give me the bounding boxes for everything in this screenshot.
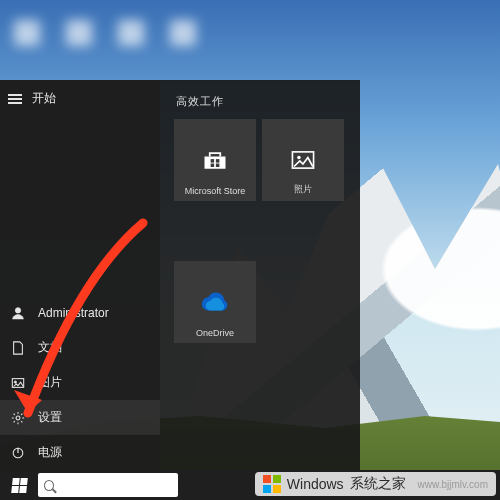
rail-item-power[interactable]: 电源: [0, 435, 160, 470]
desktop-icons-blurred: [14, 20, 196, 46]
power-icon: [10, 445, 26, 461]
watermark-brand: Windows: [287, 476, 344, 492]
document-icon: [10, 340, 26, 356]
tile-label: 照片: [262, 183, 344, 196]
svg-rect-17: [216, 164, 220, 168]
svg-line-10: [14, 421, 15, 422]
windows-logo-color-icon: [263, 475, 281, 493]
tile-group-label[interactable]: 高效工作: [176, 94, 346, 109]
watermark-site: 系统之家: [350, 475, 406, 493]
rail-item-label: 电源: [38, 444, 62, 461]
svg-point-2: [14, 381, 16, 383]
svg-line-8: [14, 413, 15, 414]
rail-item-settings[interactable]: 设置: [0, 400, 160, 435]
svg-point-0: [15, 308, 20, 313]
taskbar-search[interactable]: [38, 473, 178, 497]
tile-photos[interactable]: 照片: [262, 119, 344, 201]
svg-rect-14: [211, 159, 215, 163]
svg-line-9: [21, 421, 22, 422]
tile-label: OneDrive: [174, 328, 256, 338]
start-menu-tiles-pane: 高效工作 Microsoft Store 照片: [160, 80, 360, 470]
tile-microsoft-store[interactable]: Microsoft Store: [174, 119, 256, 201]
photos-icon: [288, 145, 318, 175]
start-menu-header[interactable]: 开始: [0, 80, 160, 113]
pictures-icon: [10, 375, 26, 391]
svg-point-19: [297, 156, 301, 160]
rail-item-label: Administrator: [38, 306, 109, 320]
rail-item-documents[interactable]: 文档: [0, 330, 160, 365]
store-icon: [200, 145, 230, 175]
rail-item-label: 设置: [38, 409, 62, 426]
search-icon: [44, 480, 54, 491]
tile-onedrive[interactable]: OneDrive: [174, 261, 256, 343]
start-menu-title: 开始: [32, 90, 56, 107]
user-icon: [10, 305, 26, 321]
rail-item-label: 文档: [38, 339, 62, 356]
onedrive-icon: [200, 287, 230, 317]
rail-item-user[interactable]: Administrator: [0, 296, 160, 330]
svg-line-11: [21, 413, 22, 414]
gear-icon: [10, 410, 26, 426]
rail-item-label: 图片: [38, 374, 62, 391]
rail-item-pictures[interactable]: 图片: [0, 365, 160, 400]
svg-rect-15: [216, 159, 220, 163]
desktop-wallpaper: 开始 Administrator 文档 图片: [0, 0, 500, 500]
svg-rect-16: [211, 164, 215, 168]
windows-logo-icon: [11, 478, 28, 493]
watermark-url: www.bjjmlv.com: [418, 479, 488, 490]
svg-point-3: [16, 416, 20, 420]
start-menu-left-rail: 开始 Administrator 文档 图片: [0, 80, 160, 470]
hamburger-icon: [8, 94, 22, 104]
tile-label: Microsoft Store: [174, 186, 256, 196]
start-menu: 开始 Administrator 文档 图片: [0, 80, 360, 470]
site-watermark: Windows系统之家 www.bjjmlv.com: [255, 472, 496, 496]
search-input[interactable]: [60, 479, 172, 491]
start-button[interactable]: [4, 470, 34, 500]
